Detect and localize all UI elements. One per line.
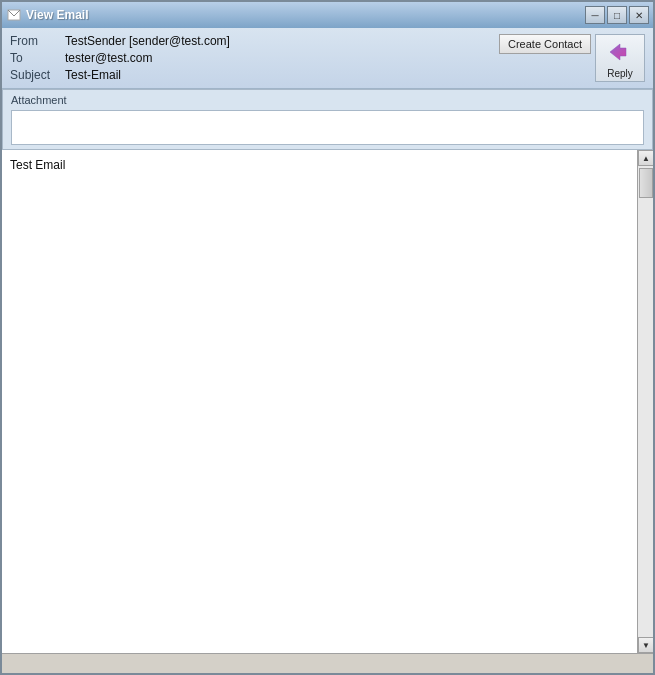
maximize-button[interactable]: □	[607, 6, 627, 24]
to-row: To tester@test.com	[10, 51, 491, 65]
email-header: From TestSender [sender@test.com] To tes…	[2, 28, 653, 89]
scroll-thumb[interactable]	[639, 168, 653, 198]
minimize-button[interactable]: ─	[585, 6, 605, 24]
from-value: TestSender [sender@test.com]	[65, 34, 491, 48]
scroll-up-arrow[interactable]: ▲	[638, 150, 653, 166]
reply-label: Reply	[607, 68, 633, 79]
vertical-scrollbar[interactable]: ▲ ▼	[637, 150, 653, 653]
scroll-track[interactable]	[638, 166, 653, 637]
scroll-down-arrow[interactable]: ▼	[638, 637, 653, 653]
header-fields: From TestSender [sender@test.com] To tes…	[10, 34, 491, 82]
email-body-content: Test Email	[2, 150, 637, 653]
from-row: From TestSender [sender@test.com]	[10, 34, 491, 48]
to-label: To	[10, 51, 65, 65]
reply-icon	[606, 38, 634, 66]
window-title: View Email	[26, 8, 585, 22]
title-bar: View Email ─ □ ✕	[2, 2, 653, 28]
email-body-text: Test Email	[10, 158, 65, 172]
subject-value: Test-Email	[65, 68, 491, 82]
header-actions: Create Contact Reply	[499, 34, 645, 82]
create-contact-button[interactable]: Create Contact	[499, 34, 591, 54]
status-bar	[2, 653, 653, 673]
subject-row: Subject Test-Email	[10, 68, 491, 82]
to-value: tester@test.com	[65, 51, 491, 65]
window-controls: ─ □ ✕	[585, 6, 649, 24]
svg-marker-1	[610, 44, 626, 60]
subject-label: Subject	[10, 68, 65, 82]
from-label: From	[10, 34, 65, 48]
window-icon	[6, 7, 22, 23]
email-viewer-window: View Email ─ □ ✕ From TestSender [sender…	[0, 0, 655, 675]
reply-button[interactable]: Reply	[595, 34, 645, 82]
email-body-area: Test Email ▲ ▼	[2, 150, 653, 653]
attachment-section: Attachment	[2, 89, 653, 150]
attachment-box	[11, 110, 644, 145]
close-button[interactable]: ✕	[629, 6, 649, 24]
attachment-label: Attachment	[11, 94, 644, 106]
